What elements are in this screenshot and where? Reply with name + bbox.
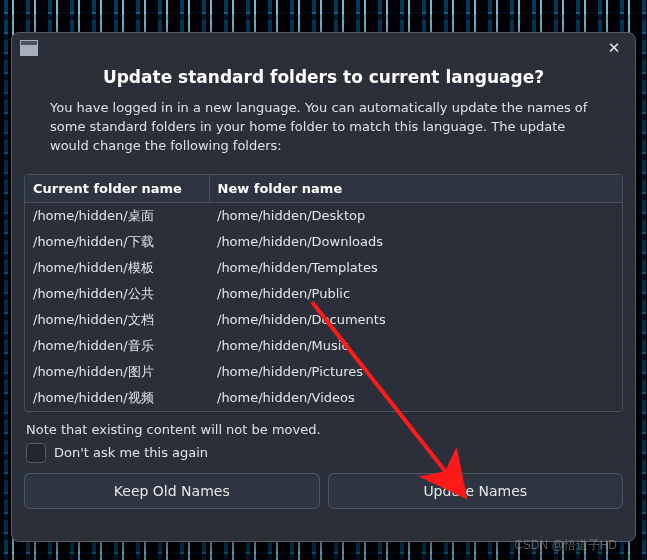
dialog-description: You have logged in in a new language. Yo… bbox=[40, 99, 607, 156]
dont-ask-checkbox[interactable] bbox=[26, 443, 46, 463]
dialog-content: Update standard folders to current langu… bbox=[12, 63, 635, 174]
cell-new-name: /home/hidden/Music bbox=[209, 333, 622, 359]
folder-table: Current folder name New folder name /hom… bbox=[25, 175, 622, 411]
cell-new-name: /home/hidden/Pictures bbox=[209, 359, 622, 385]
cell-current-name: /home/hidden/音乐 bbox=[25, 333, 209, 359]
close-icon: ✕ bbox=[608, 39, 621, 57]
keep-old-names-button[interactable]: Keep Old Names bbox=[24, 473, 320, 509]
header-current-name[interactable]: Current folder name bbox=[25, 175, 209, 203]
table-row[interactable]: /home/hidden/公共/home/hidden/Public bbox=[25, 281, 622, 307]
close-button[interactable]: ✕ bbox=[603, 37, 625, 59]
table-row[interactable]: /home/hidden/桌面/home/hidden/Desktop bbox=[25, 202, 622, 229]
folder-table-container: Current folder name New folder name /hom… bbox=[24, 174, 623, 412]
xdg-user-dirs-dialog: ✕ Update standard folders to current lan… bbox=[11, 32, 636, 542]
dialog-title: Update standard folders to current langu… bbox=[40, 67, 607, 87]
dont-ask-label: Don't ask me this again bbox=[54, 445, 208, 460]
cell-current-name: /home/hidden/桌面 bbox=[25, 202, 209, 229]
cell-new-name: /home/hidden/Templates bbox=[209, 255, 622, 281]
table-row[interactable]: /home/hidden/图片/home/hidden/Pictures bbox=[25, 359, 622, 385]
cell-current-name: /home/hidden/文档 bbox=[25, 307, 209, 333]
cell-new-name: /home/hidden/Documents bbox=[209, 307, 622, 333]
titlebar[interactable]: ✕ bbox=[12, 33, 635, 63]
update-names-button[interactable]: Update Names bbox=[328, 473, 624, 509]
cell-current-name: /home/hidden/下载 bbox=[25, 229, 209, 255]
cell-current-name: /home/hidden/视频 bbox=[25, 385, 209, 411]
cell-current-name: /home/hidden/模板 bbox=[25, 255, 209, 281]
window-icon bbox=[20, 40, 38, 56]
cell-current-name: /home/hidden/图片 bbox=[25, 359, 209, 385]
dont-ask-row[interactable]: Don't ask me this again bbox=[26, 443, 635, 463]
table-row[interactable]: /home/hidden/模板/home/hidden/Templates bbox=[25, 255, 622, 281]
cell-new-name: /home/hidden/Videos bbox=[209, 385, 622, 411]
note-text: Note that existing content will not be m… bbox=[26, 422, 635, 437]
button-bar: Keep Old Names Update Names bbox=[24, 473, 623, 509]
table-row[interactable]: /home/hidden/文档/home/hidden/Documents bbox=[25, 307, 622, 333]
watermark: CSDN @悟道子HD bbox=[514, 537, 617, 554]
table-header-row: Current folder name New folder name bbox=[25, 175, 622, 203]
cell-new-name: /home/hidden/Desktop bbox=[209, 202, 622, 229]
cell-current-name: /home/hidden/公共 bbox=[25, 281, 209, 307]
cell-new-name: /home/hidden/Public bbox=[209, 281, 622, 307]
cell-new-name: /home/hidden/Downloads bbox=[209, 229, 622, 255]
header-new-name[interactable]: New folder name bbox=[209, 175, 622, 203]
table-row[interactable]: /home/hidden/音乐/home/hidden/Music bbox=[25, 333, 622, 359]
table-row[interactable]: /home/hidden/视频/home/hidden/Videos bbox=[25, 385, 622, 411]
table-row[interactable]: /home/hidden/下载/home/hidden/Downloads bbox=[25, 229, 622, 255]
